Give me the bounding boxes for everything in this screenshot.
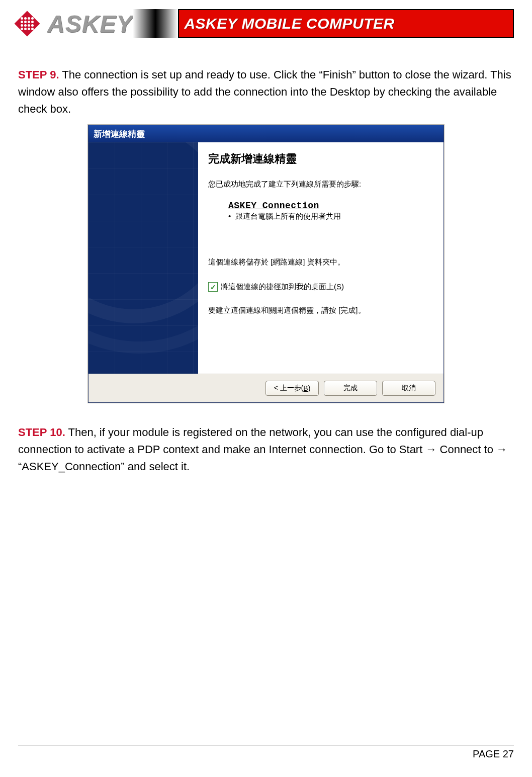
step9-label: STEP 9. <box>18 68 59 81</box>
header-banner-wrap: ASKEY MOBILE COMPUTER <box>178 9 514 38</box>
page-header: ASKEY ASKEY MOBILE COMPUTER <box>18 0 514 44</box>
header-banner: ASKEY MOBILE COMPUTER <box>178 9 514 38</box>
wizard-checkbox-label: 將這個連線的捷徑加到我的桌面上(S) <box>221 282 344 292</box>
step10-paragraph: STEP 10. Then, if your module is registe… <box>18 424 514 475</box>
step9-text: The connection is set up and ready to us… <box>18 68 511 115</box>
wizard-body: 完成新增連線精靈 您已成功地完成了建立下列連線所需要的步驟: ASKEY_Con… <box>88 142 444 374</box>
wizard-connection-name: ASKEY_Connection <box>228 201 433 211</box>
wizard-dialog: 新增連線精靈 完成新增連線精靈 您已成功地完成了建立下列連線所需要的步驟: AS… <box>88 125 444 403</box>
wizard-final-line: 要建立這個連線和關閉這個精靈，請按 [完成]。 <box>208 306 433 315</box>
page-number: PAGE 27 <box>473 748 514 759</box>
askey-logo-icon <box>15 11 40 37</box>
step9-paragraph: STEP 9. The connection is set up and rea… <box>18 66 514 118</box>
header-gradient-divider <box>133 9 178 38</box>
wizard-side-graphic <box>88 142 198 374</box>
desktop-shortcut-checkbox[interactable]: ✓ <box>208 282 218 292</box>
wizard-titlebar: 新增連線精靈 <box>88 125 444 142</box>
wizard-success-line: 您已成功地完成了建立下列連線所需要的步驟: <box>208 179 433 190</box>
finish-button[interactable]: 完成 <box>324 381 377 396</box>
wizard-connection-bullet: 跟這台電腦上所有的使用者共用 <box>228 212 433 221</box>
askey-wordmark: ASKEY <box>47 10 133 38</box>
header-logo-block: ASKEY <box>18 10 133 38</box>
back-button[interactable]: < 上一步(B) <box>265 381 319 396</box>
wizard-figure: 新增連線精靈 完成新增連線精靈 您已成功地完成了建立下列連線所需要的步驟: AS… <box>18 125 514 403</box>
cancel-button[interactable]: 取消 <box>382 381 435 396</box>
step10-text: Then, if your module is registered on th… <box>18 426 507 473</box>
wizard-heading: 完成新增連線精靈 <box>208 151 433 166</box>
wizard-title-text: 新增連線精靈 <box>94 128 145 140</box>
header-banner-text: ASKEY MOBILE COMPUTER <box>184 15 394 32</box>
wizard-shortcut-row: ✓ 將這個連線的捷徑加到我的桌面上(S) <box>208 282 433 292</box>
step10-label: STEP 10. <box>18 426 65 439</box>
wizard-store-line: 這個連線將儲存於 [網路連線] 資料夾中。 <box>208 257 433 267</box>
wizard-main-panel: 完成新增連線精靈 您已成功地完成了建立下列連線所需要的步驟: ASKEY_Con… <box>198 142 444 374</box>
page-footer: PAGE 27 <box>18 745 514 760</box>
wizard-connection-block: ASKEY_Connection 跟這台電腦上所有的使用者共用 <box>228 201 433 221</box>
wizard-button-row: < 上一步(B) 完成 取消 <box>88 374 444 402</box>
